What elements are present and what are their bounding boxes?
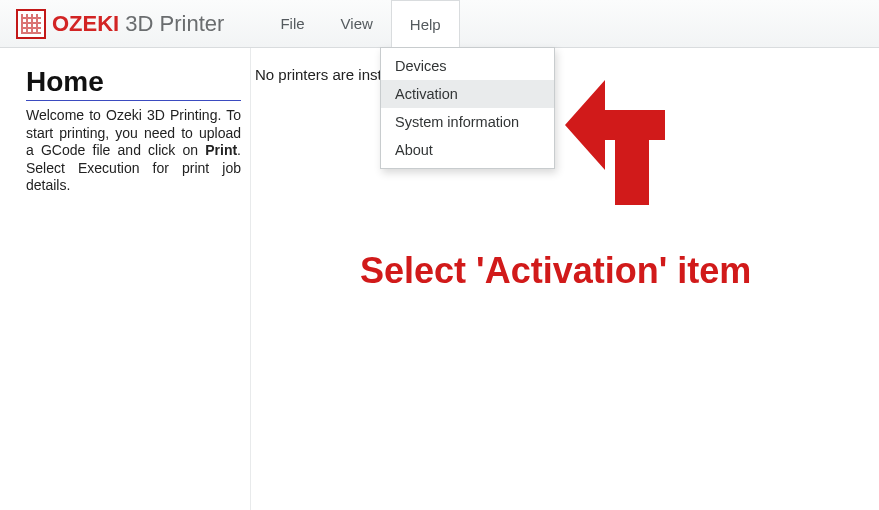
menubar: OZEKI 3D Printer File View Help [0,0,879,48]
main-panel: No printers are installed [250,48,879,510]
help-menu-activation[interactable]: Activation [381,80,554,108]
menu-view[interactable]: View [323,0,391,47]
menu-file[interactable]: File [262,0,322,47]
ozeki-logo-icon [16,9,46,39]
welcome-print-word: Print [205,142,237,158]
app-title-strong: OZEKI [52,11,119,36]
help-menu-about[interactable]: About [381,136,554,164]
page-title: Home [26,66,241,101]
menu-help[interactable]: Help [391,0,460,47]
help-dropdown: Devices Activation System information Ab… [380,47,555,169]
welcome-text: Welcome to Ozeki 3D Printing. To start p… [26,107,241,195]
help-menu-devices[interactable]: Devices [381,52,554,80]
menu-list: File View Help [262,0,459,47]
app-title-rest: 3D Printer [119,11,224,36]
app-brand: OZEKI 3D Printer [0,9,224,39]
sidebar: Home Welcome to Ozeki 3D Printing. To st… [0,48,250,510]
app-title: OZEKI 3D Printer [52,11,224,37]
printer-status: No printers are installed [255,66,879,83]
help-menu-system-information[interactable]: System information [381,108,554,136]
